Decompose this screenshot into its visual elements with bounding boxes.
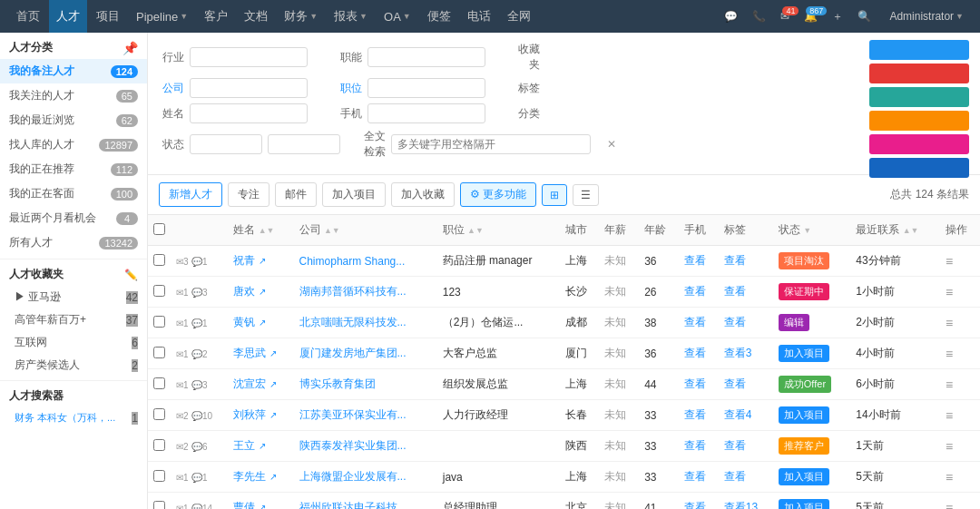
sidebar-collection-internet[interactable]: 互联网 6 bbox=[0, 331, 147, 354]
status-badge-6[interactable]: 推荐客户 bbox=[779, 437, 829, 455]
company-link-8[interactable]: 福州欣联达电子科技... bbox=[299, 501, 407, 509]
fulltext-input[interactable] bbox=[391, 134, 591, 154]
focus-button[interactable]: 专注 bbox=[228, 182, 270, 207]
status-select1[interactable] bbox=[190, 134, 262, 154]
row-tag[interactable]: 查看 bbox=[719, 308, 773, 338]
tag-view-6[interactable]: 查看 bbox=[724, 439, 746, 452]
phone-view-7[interactable]: 查看 bbox=[684, 470, 706, 483]
nav-pipeline[interactable]: Pipeline ▼ bbox=[129, 0, 195, 33]
row-name[interactable]: 王立 ↗ bbox=[228, 431, 293, 462]
company-link-3[interactable]: 厦门建发房地产集团... bbox=[299, 347, 407, 359]
row-menu-btn-1[interactable]: ≡ bbox=[946, 285, 953, 299]
sidebar-item-recent-opps[interactable]: 最近两个月看机会 4 bbox=[0, 206, 147, 230]
add-project-button[interactable]: 加入项目 bbox=[322, 182, 386, 207]
row-status[interactable]: 加入项目 bbox=[773, 400, 851, 431]
company-label[interactable]: 公司 bbox=[159, 81, 184, 96]
tag-view-2[interactable]: 查看 bbox=[724, 316, 746, 328]
industry-select[interactable] bbox=[190, 47, 308, 67]
sidebar-item-my-followed[interactable]: 我关注的人才 65 bbox=[0, 83, 147, 108]
name-input[interactable] bbox=[190, 103, 308, 123]
color-box-teal[interactable] bbox=[869, 87, 969, 107]
row-actions[interactable]: ≡ bbox=[940, 462, 980, 493]
company-link-7[interactable]: 上海微盟企业发展有... bbox=[299, 470, 407, 483]
row-name[interactable]: 李先生 ↗ bbox=[228, 462, 293, 493]
row-phone[interactable]: 查看 bbox=[679, 246, 719, 277]
talent-name-7[interactable]: 李先生 bbox=[233, 470, 266, 483]
row-phone[interactable]: 查看 bbox=[679, 338, 719, 369]
row-company[interactable]: 湖南邦普循环科技有... bbox=[294, 277, 437, 308]
nav-oa[interactable]: OA ▼ bbox=[377, 0, 418, 33]
phone-view-5[interactable]: 查看 bbox=[684, 408, 706, 421]
row-checkbox-6[interactable] bbox=[153, 439, 165, 451]
phone-view-2[interactable]: 查看 bbox=[684, 316, 706, 328]
row-menu-btn-7[interactable]: ≡ bbox=[946, 470, 953, 485]
talent-name-1[interactable]: 唐欢 bbox=[233, 285, 255, 298]
th-age[interactable]: 年龄 bbox=[639, 215, 679, 246]
row-actions[interactable]: ≡ bbox=[940, 400, 980, 431]
sidebar-pin-icon[interactable]: 📌 bbox=[122, 41, 138, 55]
sidebar-item-my-noted[interactable]: 我的备注人才 124 bbox=[0, 59, 147, 83]
th-last-contact[interactable]: 最近联系 ▲▼ bbox=[850, 215, 940, 246]
search-icon-btn[interactable]: 🔍 bbox=[854, 10, 875, 23]
color-box-pink[interactable] bbox=[869, 134, 969, 154]
list-view-button[interactable]: ☰ bbox=[573, 184, 599, 206]
row-checkbox-0[interactable] bbox=[153, 254, 165, 266]
row-status[interactable]: 成功Offer bbox=[773, 369, 851, 400]
talent-name-2[interactable]: 黄钒 bbox=[233, 316, 255, 328]
row-tag[interactable]: 查看 bbox=[719, 277, 773, 308]
tag-view-0[interactable]: 查看 bbox=[724, 254, 746, 267]
row-actions[interactable]: ≡ bbox=[940, 369, 980, 400]
th-name[interactable]: 姓名 ▲▼ bbox=[228, 215, 293, 246]
row-status[interactable]: 加入项目 bbox=[773, 462, 851, 493]
row-phone[interactable]: 查看 bbox=[679, 493, 719, 510]
nav-notes[interactable]: 便签 bbox=[420, 0, 458, 33]
sidebar-item-recent-browse[interactable]: 我的最近浏览 62 bbox=[0, 108, 147, 132]
status-badge-4[interactable]: 成功Offer bbox=[779, 376, 831, 393]
position-input[interactable] bbox=[368, 78, 485, 98]
status-badge-3[interactable]: 加入项目 bbox=[779, 345, 829, 362]
add-folder-button[interactable]: 加入收藏 bbox=[391, 182, 455, 207]
row-phone[interactable]: 查看 bbox=[679, 462, 719, 493]
company-input[interactable] bbox=[190, 78, 308, 98]
row-menu-btn-8[interactable]: ≡ bbox=[946, 501, 953, 510]
nav-all[interactable]: 全网 bbox=[500, 0, 538, 33]
row-company[interactable]: 上海微盟企业发展有... bbox=[294, 462, 437, 493]
row-name[interactable]: 祝青 ↗ bbox=[228, 246, 293, 277]
company-link-4[interactable]: 博实乐教育集团 bbox=[299, 377, 376, 390]
company-link-6[interactable]: 陕西泰发祥实业集团... bbox=[299, 439, 407, 452]
job-func-select[interactable] bbox=[368, 47, 485, 67]
row-company[interactable]: 厦门建发房地产集团... bbox=[294, 338, 437, 369]
row-actions[interactable]: ≡ bbox=[940, 277, 980, 308]
row-tag[interactable]: 查看4 bbox=[719, 400, 773, 431]
add-talent-button[interactable]: 新增人才 bbox=[159, 182, 222, 207]
nav-finance[interactable]: 财务 ▼ bbox=[277, 0, 325, 33]
th-city[interactable]: 城市 bbox=[560, 215, 600, 246]
row-status[interactable]: 项目淘汰 bbox=[773, 246, 851, 277]
mobile-input[interactable] bbox=[368, 103, 485, 123]
tag-view-4[interactable]: 查看 bbox=[724, 377, 746, 390]
sidebar-item-library[interactable]: 找人库的人才 12897 bbox=[0, 132, 147, 157]
filter-close-icon[interactable]: ✕ bbox=[607, 138, 616, 151]
row-menu-btn-0[interactable]: ≡ bbox=[946, 254, 953, 269]
user-menu[interactable]: Administrator ▼ bbox=[882, 0, 971, 33]
tag-view-7[interactable]: 查看 bbox=[724, 470, 746, 483]
row-status[interactable]: 加入项目 bbox=[773, 338, 851, 369]
row-name[interactable]: 刘秋萍 ↗ bbox=[228, 400, 293, 431]
row-phone[interactable]: 查看 bbox=[679, 400, 719, 431]
sidebar-search-item-1[interactable]: 财务 本科女（万科，... 1 bbox=[0, 407, 147, 428]
talent-name-4[interactable]: 沈宣宏 bbox=[233, 377, 266, 390]
row-actions[interactable]: ≡ bbox=[940, 431, 980, 462]
row-name[interactable]: 李思武 ↗ bbox=[228, 338, 293, 369]
row-checkbox-3[interactable] bbox=[153, 347, 165, 358]
status-select2[interactable] bbox=[268, 134, 340, 154]
th-status[interactable]: 状态 ▼ bbox=[773, 215, 851, 246]
th-position[interactable]: 职位 ▲▼ bbox=[437, 215, 560, 246]
row-actions[interactable]: ≡ bbox=[940, 338, 980, 369]
row-company[interactable]: Chimopharm Shang... bbox=[294, 246, 437, 277]
row-company[interactable]: 江苏美亚环保实业有... bbox=[294, 400, 437, 431]
th-salary[interactable]: 年薪 bbox=[599, 215, 639, 246]
sidebar-collection-manager[interactable]: 高管年薪百万+ 37 bbox=[0, 308, 147, 331]
row-checkbox-8[interactable] bbox=[153, 501, 165, 510]
row-status[interactable]: 保证期中 bbox=[773, 277, 851, 308]
row-name[interactable]: 沈宣宏 ↗ bbox=[228, 369, 293, 400]
